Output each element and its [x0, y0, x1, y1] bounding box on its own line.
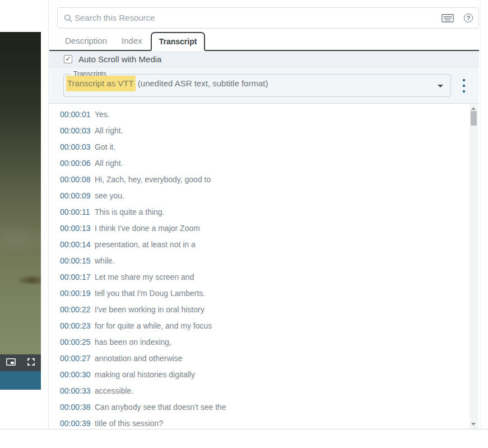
- tab-index[interactable]: Index: [114, 36, 150, 50]
- scrollbar-thumb[interactable]: [471, 111, 477, 126]
- tab-transcript[interactable]: Transcript: [151, 32, 206, 51]
- autoscroll-bar: ✓ Auto Scroll with Media: [49, 51, 479, 67]
- row-timestamp[interactable]: 00:00:09: [60, 191, 90, 200]
- transcript-row[interactable]: 00:00:11 This is quite a thing.: [49, 204, 468, 220]
- transcript-row[interactable]: 00:00:08 Hi, Zach, hey, everybody, good …: [49, 171, 468, 187]
- transcript-row[interactable]: 00:00:03 All right.: [49, 122, 468, 138]
- row-timestamp[interactable]: 00:00:03: [60, 126, 90, 135]
- search-placeholder: Search this Resource: [75, 8, 155, 28]
- transcript-row[interactable]: 00:00:39 title of this session?: [49, 415, 468, 429]
- row-timestamp[interactable]: 00:00:08: [60, 175, 90, 184]
- row-timestamp[interactable]: 00:00:30: [60, 370, 90, 379]
- transcript-row[interactable]: 00:00:19 tell you that I'm Doug Lamberts…: [49, 285, 468, 301]
- transcript-row[interactable]: 00:00:03 Got it.: [49, 138, 468, 155]
- transcript-row[interactable]: 00:00:33 accessible.: [49, 382, 468, 399]
- transcript-row[interactable]: 00:00:22 I've been working in oral histo…: [49, 301, 468, 317]
- row-timestamp[interactable]: 00:00:23: [60, 321, 90, 330]
- row-timestamp[interactable]: 00:00:22: [60, 305, 90, 314]
- autoscroll-checkbox[interactable]: ✓: [64, 55, 72, 63]
- search-icon: [64, 14, 72, 25]
- row-text: All right.: [95, 126, 123, 135]
- row-timestamp[interactable]: 00:00:06: [60, 159, 90, 168]
- row-timestamp[interactable]: 00:00:17: [60, 273, 90, 281]
- autoscroll-label: Auto Scroll with Media: [78, 54, 161, 64]
- panel-bottom-divider: [0, 429, 488, 429]
- row-timestamp[interactable]: 00:00:13: [60, 224, 90, 233]
- tab-bar: Description Index Transcript: [49, 35, 479, 51]
- row-text: while.: [95, 256, 115, 265]
- row-text: for for quite a while, and my focus: [95, 321, 212, 330]
- fullscreen-icon[interactable]: [27, 358, 35, 368]
- highlighted-selection-text: Transcript as VTT: [66, 76, 136, 91]
- row-text: accessible.: [95, 386, 133, 395]
- row-text: I think I've done a major Zoom: [95, 224, 200, 233]
- row-timestamp[interactable]: 00:00:15: [60, 256, 90, 265]
- panel-right-divider: [480, 0, 481, 429]
- row-text: has been on indexing,: [95, 338, 171, 347]
- page: Search this Resource ? Description Index…: [0, 0, 488, 448]
- row-timestamp[interactable]: 00:00:25: [60, 338, 90, 347]
- row-timestamp[interactable]: 00:00:01: [60, 110, 90, 119]
- transcript-row[interactable]: 00:00:06 All right.: [49, 155, 468, 171]
- row-text: All right.: [95, 159, 123, 168]
- transcript-row[interactable]: 00:00:23 for for quite a while, and my f…: [49, 317, 468, 334]
- keyboard-icon[interactable]: [441, 14, 454, 25]
- row-timestamp[interactable]: 00:00:27: [60, 354, 90, 363]
- picture-in-picture-icon[interactable]: [6, 358, 16, 368]
- transcript-row[interactable]: 00:00:14 presentation, at least not in a: [49, 236, 468, 252]
- help-icon[interactable]: ?: [464, 13, 473, 22]
- transcript-row[interactable]: 00:00:17 Let me share my screen and: [49, 269, 468, 285]
- row-text: presentation, at least not in a: [95, 240, 196, 249]
- row-timestamp[interactable]: 00:00:39: [60, 419, 90, 428]
- transcript-select-section: Transcripts Transcript as VTT (unedited …: [49, 67, 479, 104]
- row-text: Let me share my screen and: [95, 273, 194, 281]
- row-text: annotation and otherwise: [95, 354, 182, 363]
- row-timestamp[interactable]: 00:00:14: [60, 240, 90, 249]
- chevron-down-icon: [438, 85, 443, 87]
- video-player-controls: [0, 354, 41, 371]
- row-text: title of this session?: [95, 419, 163, 428]
- row-timestamp[interactable]: 00:00:19: [60, 289, 90, 298]
- video-player-frame[interactable]: [0, 32, 41, 354]
- player-accent-bar: [0, 371, 41, 390]
- transcripts-dropdown[interactable]: Transcripts Transcript as VTT (unedited …: [63, 74, 451, 97]
- row-timestamp[interactable]: 00:00:03: [60, 142, 90, 151]
- scroll-down-arrow-icon[interactable]: [471, 423, 476, 426]
- scroll-up-arrow-icon[interactable]: [471, 107, 476, 110]
- more-options-icon[interactable]: [461, 79, 467, 93]
- transcripts-dropdown-value: Transcript as VTT (unedited ASR text, su…: [66, 78, 268, 88]
- row-timestamp[interactable]: 00:00:11: [60, 207, 90, 216]
- transcript-row[interactable]: 00:00:01 Yes.: [49, 106, 468, 122]
- transcript-row[interactable]: 00:00:38 Can anybody see that doesn't se…: [49, 399, 468, 415]
- row-text: I've been working in oral history: [95, 305, 205, 314]
- tab-description[interactable]: Description: [58, 36, 114, 50]
- transcript-scrollbar[interactable]: [470, 104, 478, 429]
- row-text: tell you that I'm Doug Lamberts.: [95, 289, 205, 298]
- transcript-row[interactable]: 00:00:13 I think I've done a major Zoom: [49, 220, 468, 236]
- search-input[interactable]: Search this Resource ?: [57, 7, 479, 29]
- selection-description-text: (unedited ASR text, subtitle format): [136, 78, 268, 88]
- transcript-row[interactable]: 00:00:25 has been on indexing,: [49, 334, 468, 350]
- transcript-row[interactable]: 00:00:15 while.: [49, 252, 468, 269]
- row-timestamp[interactable]: 00:00:33: [60, 386, 90, 395]
- transcript-row[interactable]: 00:00:30 making oral histories digitally: [49, 366, 468, 382]
- row-text: This is quite a thing.: [95, 207, 165, 216]
- row-text: Got it.: [95, 142, 115, 151]
- row-text: Yes.: [95, 110, 110, 119]
- transcript-row[interactable]: 00:00:27 annotation and otherwise: [49, 350, 468, 366]
- row-text: Hi, Zach, hey, everybody, good to: [95, 175, 211, 184]
- panel-left-divider: [48, 0, 49, 429]
- row-timestamp[interactable]: 00:00:38: [60, 403, 90, 412]
- transcript-rows[interactable]: 00:00:01 Yes. 00:00:03 All right. 00:00:…: [49, 104, 468, 429]
- row-text: making oral histories digitally: [95, 370, 195, 379]
- row-text: Can anybody see that doesn't see the: [95, 403, 226, 412]
- row-text: see you.: [95, 191, 124, 200]
- transcript-row[interactable]: 00:00:09 see you.: [49, 187, 468, 204]
